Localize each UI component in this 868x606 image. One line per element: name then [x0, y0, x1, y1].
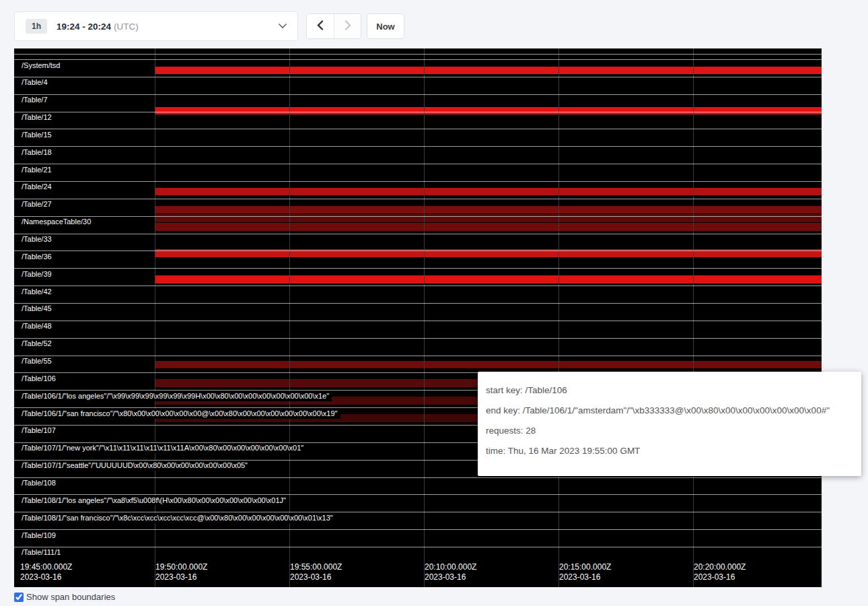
span-boundary-line — [14, 356, 822, 356]
time-range-timezone: (UTC) — [114, 22, 139, 32]
span-key-label: /Table/24 — [21, 182, 55, 192]
key-visualizer-page: 1h 19:24 - 20:24(UTC) Now 20:20:00.000Z2… — [0, 0, 868, 602]
span-key-label: /Table/106 — [21, 374, 59, 384]
span-key-label: /Table/106/1/"los angeles"/"\x99\x99\x99… — [21, 391, 332, 401]
x-axis-tick: 20:15:00.000Z2023-03-16 — [559, 562, 611, 582]
span-key-label: /Table/107/1/"new york"/"\x11\x11\x11\x1… — [21, 443, 306, 453]
x-axis-tick-date: 2023-03-16 — [425, 572, 476, 582]
chevron-right-icon — [345, 20, 351, 32]
hover-tooltip: start key: /Table/106 end key: /Table/10… — [478, 372, 861, 476]
heatmap-band[interactable] — [155, 275, 822, 283]
tooltip-start-key: start key: /Table/106 — [486, 384, 853, 396]
span-key-label: /Table/45 — [21, 304, 55, 314]
tooltip-time: time: Thu, 16 Mar 2023 19:55:00 GMT — [486, 445, 853, 457]
span-boundary-line — [14, 285, 822, 286]
span-key-label: /Table/27 — [21, 199, 55, 209]
heatmap-band[interactable] — [155, 188, 822, 195]
x-axis-tick-time: 19:50:00.000Z — [155, 562, 207, 572]
span-boundary-line — [14, 321, 822, 321]
x-axis-tick: 20:20:00.000Z2023-03-16 — [694, 562, 746, 582]
time-range-badge: 1h — [26, 19, 47, 34]
show-span-boundaries-checkbox[interactable] — [14, 593, 24, 602]
heatmap-band[interactable] — [155, 206, 822, 213]
heatmap-band[interactable] — [155, 361, 822, 368]
chevron-left-icon — [317, 20, 324, 32]
span-key-label: /Table/106/1/"san francisco"/"\x80\x00\x… — [21, 409, 340, 419]
span-key-label: /Table/42 — [21, 287, 55, 297]
span-key-label: /Table/21 — [21, 165, 55, 175]
x-axis-tick-date: 2023-03-16 — [559, 572, 611, 582]
span-boundary-line — [14, 250, 822, 251]
span-boundary-line — [14, 547, 822, 547]
x-axis-tick-date: 2023-03-16 — [155, 572, 207, 582]
span-key-label: /Table/108/1/"los angeles"/"\xa8\xf5\u00… — [21, 496, 289, 506]
span-key-label: /Table/48 — [21, 321, 55, 331]
span-key-label: /NamespaceTable/30 — [21, 217, 94, 227]
time-nav-button-group — [306, 13, 361, 39]
span-key-label: /Table/4 — [21, 77, 50, 88]
span-boundary-line — [14, 234, 822, 234]
show-span-boundaries-control: Show span boundaries — [14, 592, 868, 602]
span-key-label: /Table/7 — [21, 95, 50, 105]
x-axis-tick: 20:10:00.000Z2023-03-16 — [425, 562, 476, 582]
span-boundary-line — [14, 199, 822, 199]
span-key-label: /Table/108/1/"san francisco"/"\x8c\xcc\x… — [21, 513, 336, 523]
span-boundary-line — [14, 112, 822, 112]
next-range-button[interactable] — [334, 14, 361, 38]
span-key-label: /Table/111/1 — [21, 547, 63, 558]
tooltip-requests: requests: 28 — [486, 425, 853, 436]
span-boundary-line — [14, 164, 822, 164]
span-key-label: /Table/108 — [21, 478, 59, 488]
time-range-select[interactable]: 1h 19:24 - 20:24(UTC) — [14, 11, 298, 41]
x-axis-tick-date: 2023-03-16 — [20, 572, 72, 582]
x-axis-tick: 19:50:00.000Z2023-03-16 — [155, 562, 207, 582]
heatmap-band[interactable] — [155, 107, 822, 114]
x-axis-tick: 19:55:00.000Z2023-03-16 — [290, 562, 342, 582]
time-range-text: 19:24 - 20:24(UTC) — [57, 22, 139, 32]
span-key-label: /Table/107/1/"seattle"/"UUUUUUD\x00\x80\… — [21, 461, 250, 471]
span-key-label: /System/tsd — [21, 61, 63, 71]
x-axis-tick-date: 2023-03-16 — [290, 572, 342, 582]
chevron-down-icon — [279, 24, 287, 29]
show-span-boundaries-label: Show span boundaries — [26, 592, 115, 602]
heatmap-band[interactable] — [155, 67, 822, 74]
time-range-value: 19:24 - 20:24 — [57, 22, 111, 32]
x-axis-tick-time: 20:20:00.000Z — [694, 562, 746, 572]
span-key-label: /Table/18 — [21, 147, 55, 158]
key-visualizer-canvas[interactable]: 20:20:00.000Z2023-03-1620:15:00.000Z2023… — [14, 48, 822, 587]
span-boundary-line — [14, 129, 822, 129]
span-boundary-line — [14, 338, 822, 339]
span-key-label: /Table/36 — [21, 252, 55, 262]
span-key-label: /Table/55 — [21, 356, 55, 366]
span-boundary-line — [14, 54, 822, 55]
span-boundary-line — [14, 59, 822, 60]
tooltip-end-key: end key: /Table/106/1/"amsterdam"/"\xb33… — [486, 405, 853, 416]
span-boundary-line — [14, 268, 822, 269]
span-key-label: /Table/12 — [21, 112, 55, 123]
x-axis-tick-time: 19:45:00.000Z — [20, 562, 72, 572]
span-key-label: /Table/52 — [21, 339, 55, 349]
span-boundary-line — [14, 181, 822, 182]
x-axis-tick-time: 19:55:00.000Z — [290, 562, 342, 572]
now-button[interactable]: Now — [367, 13, 404, 39]
heatmap-band[interactable] — [155, 223, 822, 231]
x-axis-tick-date: 2023-03-16 — [694, 572, 746, 582]
span-boundary-line — [14, 77, 822, 77]
x-axis-tick: 19:45:00.000Z2023-03-16 — [20, 562, 72, 582]
prev-range-button[interactable] — [307, 14, 334, 38]
span-boundary-line — [14, 94, 822, 95]
span-boundary-line — [14, 146, 822, 147]
span-boundary-line — [14, 477, 822, 478]
span-boundary-line — [14, 216, 822, 217]
span-key-label: /Table/107 — [21, 426, 59, 436]
x-axis-tick-time: 20:15:00.000Z — [559, 562, 611, 572]
x-axis-tick-time: 20:10:00.000Z — [425, 562, 476, 572]
span-boundary-line — [14, 303, 822, 304]
span-boundary-line — [14, 529, 822, 530]
span-key-label: /Table/39 — [21, 269, 55, 279]
span-key-label: /Table/33 — [21, 234, 55, 244]
time-toolbar: 1h 19:24 - 20:24(UTC) Now — [14, 11, 868, 42]
span-key-label: /Table/109 — [21, 531, 59, 541]
span-key-label: /Table/15 — [21, 130, 55, 140]
